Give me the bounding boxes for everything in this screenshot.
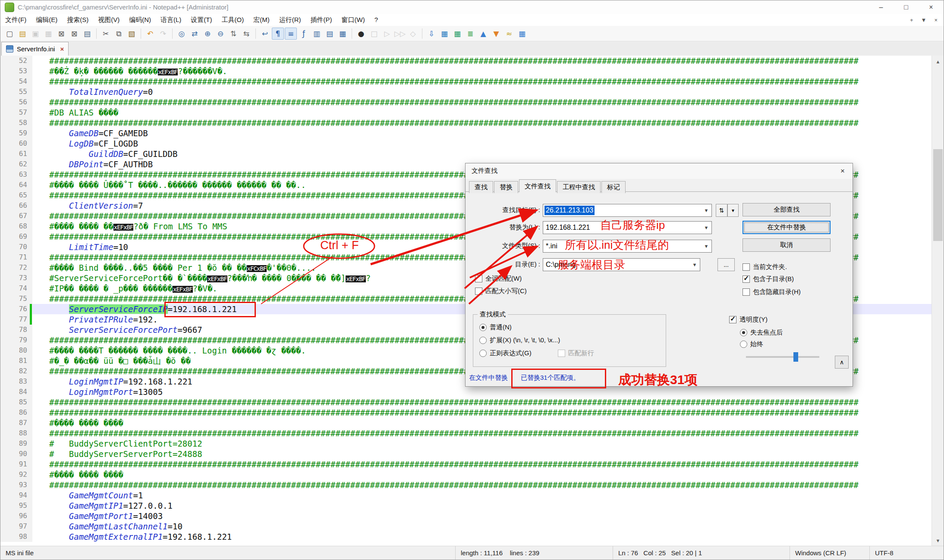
editor-line-92[interactable]: 92#���� ���� ���� (0, 469, 932, 480)
editor-line-57[interactable]: 57#DB ALIAS ���� (0, 107, 932, 118)
editor-line-96[interactable]: 96 GameMgmtPort1=14003 (0, 511, 932, 521)
line-text[interactable]: #���� ���� ���� (32, 418, 932, 428)
line-number[interactable]: 72 (0, 263, 29, 273)
line-text[interactable]: ########################################… (32, 459, 932, 469)
line-text[interactable]: GameMgmtExternalIP1=192.168.1.221 (32, 532, 932, 542)
editor-line-88[interactable]: 88######################################… (0, 428, 932, 438)
menu-item-2[interactable]: 搜索(S) (62, 14, 93, 26)
line-number[interactable]: 85 (0, 397, 29, 407)
menu-item-10[interactable]: 插件(P) (305, 14, 337, 26)
line-number[interactable]: 67 (0, 211, 29, 221)
replace-icon[interactable]: ⇄ (189, 28, 201, 40)
plugin-down-icon[interactable]: ▼ (490, 28, 502, 40)
line-number[interactable]: 83 (0, 376, 29, 387)
line-number[interactable]: 57 (0, 107, 29, 118)
editor-line-86[interactable]: 86######################################… (0, 407, 932, 418)
replace-with-combobox[interactable]: 192.168.1.221 ▼ (543, 221, 712, 234)
new-file-icon[interactable]: ▢ (3, 28, 16, 40)
dialog-title-bar[interactable]: 文件查找 × (466, 163, 853, 179)
line-number[interactable]: 92 (0, 469, 29, 480)
line-text[interactable]: #��Ż �ķ� ������ ������xEFxBF?������V�. (32, 66, 932, 76)
line-number[interactable]: 56 (0, 97, 29, 107)
browse-directory-button[interactable]: ... (717, 258, 735, 271)
folder-workspace-icon[interactable]: ▦ (337, 28, 349, 40)
menubar-plus-icon[interactable]: + (910, 17, 913, 23)
function-list-icon[interactable]: ƒ (298, 28, 310, 40)
tab-serverinfo[interactable]: ServerInfo.ini × (1, 42, 69, 56)
menu-item-12[interactable]: ? (370, 14, 383, 26)
editor-line-53[interactable]: 53#��Ż �ķ� ������ ������xEFxBF?������V�. (0, 66, 932, 76)
line-number[interactable]: 87 (0, 418, 29, 428)
line-number[interactable]: 89 (0, 438, 29, 449)
menu-item-9[interactable]: 运行(R) (274, 14, 306, 26)
line-number[interactable]: 59 (0, 128, 29, 138)
transparency-slider[interactable] (746, 352, 819, 362)
line-number[interactable]: 94 (0, 490, 29, 501)
print-icon[interactable]: ▤ (81, 28, 93, 40)
line-number[interactable]: 90 (0, 449, 29, 459)
line-number[interactable]: 95 (0, 501, 29, 511)
transparency-checkbox[interactable]: 透明度(Y) (729, 316, 768, 324)
menu-item-1[interactable]: 编辑(E) (31, 14, 62, 26)
line-number[interactable]: 86 (0, 407, 29, 418)
line-number[interactable]: 88 (0, 428, 29, 438)
editor-line-94[interactable]: 94 GameMgmtCount=1 (0, 490, 932, 501)
collapse-dialog-button[interactable]: ∧ (835, 356, 849, 369)
line-number[interactable]: 74 (0, 283, 29, 294)
line-number[interactable]: 53 (0, 66, 29, 76)
line-text[interactable]: #���� ���� ���� (32, 469, 932, 480)
open-folder-icon[interactable]: ▤ (16, 28, 28, 40)
doc-list-icon[interactable]: ▤ (324, 28, 336, 40)
editor-line-60[interactable]: 60 LogDB=CF_LOGDB (0, 138, 932, 149)
menubar-close-icon[interactable]: × (934, 17, 938, 23)
editor-line-91[interactable]: 91######################################… (0, 459, 932, 469)
line-text[interactable]: #DB ALIAS ���� (32, 107, 932, 118)
line-number[interactable]: 82 (0, 366, 29, 376)
find-all-button[interactable]: 全部查找 (743, 203, 831, 216)
line-text[interactable]: GameMgmtCount=1 (32, 490, 932, 501)
directory-combo-dropdown-icon[interactable]: ▼ (689, 262, 700, 267)
editor-line-61[interactable]: 61 GuildDB=CF_GUILDDB (0, 149, 932, 159)
statusbar-encoding[interactable]: UTF-8 (869, 546, 944, 560)
search-mode-normal-radio[interactable]: 普通(N) (479, 323, 512, 332)
line-text[interactable]: ########################################… (32, 97, 932, 107)
sync-horizontal-icon[interactable]: ⇆ (240, 28, 252, 40)
menubar-dropdown-icon[interactable]: ▼ (921, 17, 927, 23)
zoom-in-icon[interactable]: ⊕ (201, 28, 214, 40)
search-mode-extended-radio[interactable]: 扩展(X) (\n, \r, \t, \0, \x...) (479, 336, 560, 344)
tab-close-icon[interactable]: × (60, 45, 64, 53)
swap-dropdown-icon[interactable]: ▼ (727, 204, 739, 217)
plugin-grid-icon[interactable]: ▦ (516, 28, 528, 40)
line-text[interactable]: GameMgmtPort1=14003 (32, 511, 932, 521)
line-number[interactable]: 61 (0, 149, 29, 159)
menu-item-11[interactable]: 窗口(W) (337, 14, 369, 26)
editor-line-97[interactable]: 97 GameMgmtLastChannel1=10 (0, 521, 932, 532)
line-text[interactable]: ########################################… (32, 428, 932, 438)
line-text[interactable]: # BuddyServerServerPort=24888 (32, 449, 932, 459)
word-wrap-icon[interactable]: ↩ (259, 28, 271, 40)
close-button[interactable]: × (919, 0, 944, 14)
line-number[interactable]: 64 (0, 180, 29, 190)
line-number[interactable]: 96 (0, 511, 29, 521)
line-number[interactable]: 98 (0, 532, 29, 542)
editor-line-95[interactable]: 95 GameMgmtIP1=127.0.0.1 (0, 501, 932, 511)
slider-track[interactable] (746, 356, 819, 358)
line-text[interactable]: GameDB=CF_GAMEDB (32, 128, 932, 138)
maximize-button[interactable]: □ (894, 0, 919, 14)
menu-item-0[interactable]: 文件(F) (0, 14, 31, 26)
line-number[interactable]: 58 (0, 118, 29, 128)
current-folder-checkbox[interactable]: 当前文件夹. (743, 263, 787, 271)
editor-line-90[interactable]: 90# BuddyServerServerPort=24888 (0, 449, 932, 459)
replace-combo-dropdown-icon[interactable]: ▼ (701, 225, 711, 230)
line-number[interactable]: 91 (0, 459, 29, 469)
include-subfolders-checkbox[interactable]: 包含子目录(B) (743, 275, 794, 283)
show-all-chars-icon[interactable]: ¶ (272, 28, 284, 40)
dialog-tab-4[interactable]: 标记 (601, 181, 626, 193)
slider-thumb[interactable] (793, 352, 798, 362)
line-number[interactable]: 55 (0, 87, 29, 97)
line-number[interactable]: 93 (0, 480, 29, 490)
doc-map-icon[interactable]: ▥ (311, 28, 323, 40)
line-text[interactable]: GameMgmtIP1=127.0.0.1 (32, 501, 932, 511)
line-number[interactable]: 52 (0, 56, 29, 66)
line-number[interactable]: 65 (0, 190, 29, 200)
